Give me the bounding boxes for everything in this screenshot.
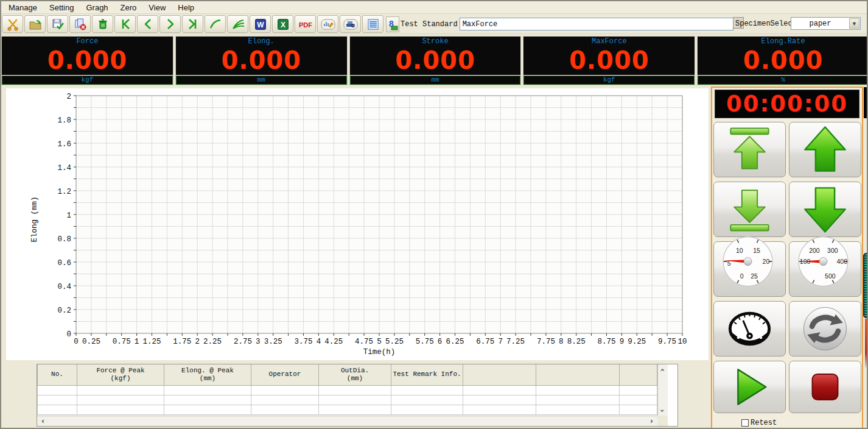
svg-text:9.25: 9.25 bbox=[628, 338, 646, 346]
column-header[interactable]: Test Remark Info. bbox=[391, 364, 463, 385]
svg-text:7.25: 7.25 bbox=[506, 338, 525, 346]
start-test-button[interactable] bbox=[713, 361, 786, 413]
svg-text:1.4: 1.4 bbox=[57, 164, 71, 172]
svg-text:2: 2 bbox=[195, 338, 200, 346]
column-header[interactable] bbox=[620, 364, 657, 385]
edge-indicator-strip bbox=[865, 319, 868, 367]
first-record-button[interactable] bbox=[114, 15, 136, 33]
meter-button[interactable] bbox=[713, 301, 786, 356]
move-down-limit-button[interactable] bbox=[713, 182, 786, 237]
table-cell bbox=[319, 395, 391, 405]
move-up-limit-button[interactable] bbox=[713, 122, 786, 177]
specimen-select-dropdown[interactable]: paper ▼ bbox=[791, 17, 861, 30]
table-row[interactable] bbox=[38, 385, 657, 395]
menu-manage[interactable]: Manage bbox=[2, 2, 43, 13]
cycle-button[interactable] bbox=[789, 301, 861, 356]
report-list-button[interactable] bbox=[362, 15, 383, 33]
column-header[interactable] bbox=[463, 364, 536, 385]
column-header[interactable]: Force @ Peak(kgf) bbox=[77, 364, 164, 385]
readout-unit: mm bbox=[176, 76, 347, 85]
open-file-button[interactable] bbox=[24, 15, 46, 33]
pdf-export-icon: PDF bbox=[297, 18, 314, 31]
column-header[interactable]: Elong. @ Peak(mm) bbox=[164, 364, 251, 385]
svg-text:3.25: 3.25 bbox=[264, 338, 282, 346]
table-row[interactable] bbox=[38, 405, 657, 414]
table-cell bbox=[620, 385, 657, 395]
gauge-label: 500 bbox=[825, 272, 836, 280]
table-cell bbox=[620, 395, 657, 405]
svg-text:5.25: 5.25 bbox=[385, 338, 404, 346]
speed-gauge-low-button[interactable]: 10 15 5 20 0 25 bbox=[713, 241, 786, 297]
svg-text:8: 8 bbox=[559, 338, 564, 346]
table-cell bbox=[77, 395, 164, 405]
test-standard-input[interactable] bbox=[460, 18, 733, 30]
svg-text:8.25: 8.25 bbox=[567, 338, 586, 346]
speed-gauge-high-icon: 200 300 100 400 500 bbox=[788, 236, 859, 290]
svg-text:5: 5 bbox=[377, 338, 382, 346]
readout-unit: kgf bbox=[523, 76, 695, 85]
svg-text:6: 6 bbox=[438, 338, 443, 346]
word-export-icon: W bbox=[254, 18, 267, 31]
down-arrow-icon bbox=[789, 182, 861, 236]
table-cell bbox=[391, 385, 463, 395]
multi-curve-icon bbox=[231, 18, 245, 31]
column-header[interactable]: OutDia.(mm) bbox=[319, 364, 391, 385]
single-curve-button[interactable] bbox=[205, 15, 226, 33]
svg-text:X: X bbox=[280, 21, 285, 29]
menu-zero[interactable]: Zero bbox=[114, 2, 143, 13]
save-verify-button[interactable] bbox=[47, 15, 68, 33]
column-header[interactable]: No. bbox=[38, 364, 77, 385]
prev-record-button[interactable] bbox=[137, 15, 158, 33]
svg-text:9.75: 9.75 bbox=[658, 338, 676, 346]
clear-button[interactable] bbox=[92, 15, 113, 33]
table-cell bbox=[463, 395, 536, 405]
readout-value: 0.000 bbox=[2, 47, 173, 75]
jog-down-button[interactable] bbox=[789, 182, 861, 237]
edge-level-meter bbox=[863, 253, 868, 318]
readout-maxforce: MaxForce 0.000 kgf bbox=[523, 36, 695, 85]
next-record-button[interactable] bbox=[159, 15, 181, 33]
column-header[interactable]: Operator bbox=[251, 364, 319, 385]
toolbar: W X PDF bbox=[1, 14, 867, 34]
svg-text:4.25: 4.25 bbox=[324, 338, 343, 346]
svg-text:3.75: 3.75 bbox=[294, 338, 312, 346]
export-word-button[interactable]: W bbox=[250, 15, 271, 33]
delete-record-button[interactable] bbox=[69, 15, 91, 33]
svg-text:1.75: 1.75 bbox=[173, 338, 191, 346]
control-panel: 00:00:00 bbox=[711, 87, 863, 429]
last-record-button[interactable] bbox=[182, 15, 203, 33]
report-edit-button[interactable] bbox=[317, 15, 338, 33]
gauge-label: 200 bbox=[809, 247, 820, 254]
tools-button[interactable] bbox=[2, 15, 23, 33]
export-pdf-button[interactable]: PDF bbox=[295, 15, 316, 33]
menu-help[interactable]: Help bbox=[172, 2, 200, 13]
cycle-refresh-icon bbox=[789, 302, 861, 356]
export-excel-button[interactable]: X bbox=[272, 15, 293, 33]
column-header[interactable] bbox=[536, 364, 620, 385]
scroll-right-icon[interactable]: › bbox=[647, 416, 656, 425]
chevron-down-icon[interactable]: ▼ bbox=[849, 18, 859, 29]
readout-elong-rate: Elong.Rate 0.000 % bbox=[697, 36, 868, 85]
speed-gauge-high-button[interactable]: 200 300 100 400 500 bbox=[789, 241, 861, 297]
stop-test-button[interactable] bbox=[789, 361, 861, 413]
svg-text:0.4: 0.4 bbox=[57, 283, 71, 291]
multi-curve-button[interactable] bbox=[227, 15, 248, 33]
scroll-left-icon[interactable]: ‹ bbox=[38, 416, 47, 425]
menu-setting[interactable]: Setting bbox=[43, 2, 80, 13]
menu-view[interactable]: View bbox=[142, 2, 172, 13]
scroll-down-icon[interactable]: › bbox=[658, 406, 667, 415]
delete-record-icon bbox=[74, 18, 87, 31]
print-preview-button[interactable] bbox=[340, 15, 361, 33]
results-table-grid: No.Force @ Peak(kgf)Elong. @ Peak(mm)Ope… bbox=[37, 364, 657, 416]
retest-checkbox[interactable] bbox=[741, 419, 749, 427]
test-standard-button[interactable]: 8 bbox=[386, 16, 399, 32]
svg-text:0.2: 0.2 bbox=[57, 307, 71, 315]
svg-text:0.25: 0.25 bbox=[82, 338, 100, 346]
table-vertical-scrollbar[interactable]: › › bbox=[657, 364, 668, 416]
scroll-up-icon[interactable]: › bbox=[658, 365, 667, 374]
jog-up-button[interactable] bbox=[789, 122, 861, 177]
menu-gragh[interactable]: Gragh bbox=[80, 2, 114, 13]
table-row[interactable] bbox=[38, 395, 657, 405]
table-horizontal-scrollbar[interactable]: ‹ › bbox=[37, 416, 657, 426]
svg-text:10: 10 bbox=[677, 338, 687, 346]
